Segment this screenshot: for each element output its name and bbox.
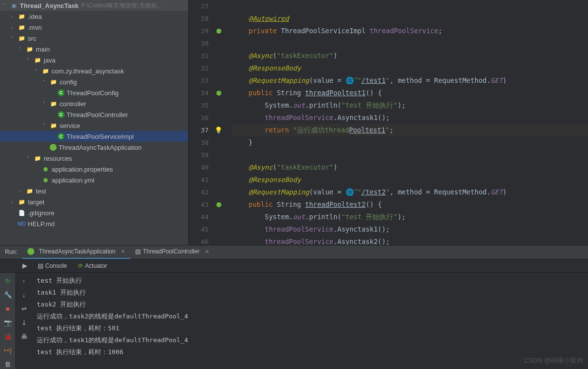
down-button[interactable]: ↓ bbox=[19, 290, 29, 300]
code-line[interactable]: @ResponseBody bbox=[232, 174, 588, 186]
run-tab-threadasynctaskapplication[interactable]: ThreadAsyncTaskApplication× bbox=[22, 246, 130, 259]
line-number[interactable]: 45 bbox=[189, 223, 209, 236]
code-line[interactable]: System.out.println("test 开始执行"); bbox=[232, 99, 588, 112]
chevron-icon[interactable]: › bbox=[11, 14, 18, 19]
tree-item-target[interactable]: ›📁target bbox=[0, 196, 188, 207]
spring-run-icon[interactable]: ⬢ bbox=[216, 89, 221, 97]
line-number[interactable]: 43 bbox=[189, 198, 209, 211]
tree-item-application-properties[interactable]: ⬢application.properties bbox=[0, 164, 188, 175]
code-line[interactable] bbox=[232, 0, 588, 12]
line-number[interactable]: 28 bbox=[189, 12, 209, 25]
camera-button[interactable]: 📷 bbox=[3, 317, 13, 327]
tree-item-application-yml[interactable]: ⬢application.yml bbox=[0, 175, 188, 185]
debug-button[interactable]: 🐞 bbox=[3, 331, 13, 341]
code-line[interactable]: @Async("taskExecutor") bbox=[232, 50, 588, 62]
console-subtab[interactable]: ▤ Console bbox=[35, 261, 70, 271]
code-editor[interactable]: 2728293031323334353637383940414243444546… bbox=[189, 0, 588, 245]
tree-item-controller[interactable]: ˅📁controller bbox=[0, 98, 188, 109]
chevron-icon[interactable]: › bbox=[11, 199, 18, 205]
tree-item-help-md[interactable]: MDHELP.md bbox=[0, 218, 188, 229]
wrap-button[interactable]: ⇌ bbox=[19, 304, 29, 313]
line-number[interactable]: 27 bbox=[189, 0, 209, 12]
code-line[interactable]: threadPoolService.Asynctask1(); bbox=[232, 112, 588, 124]
code-line[interactable]: return "运行成功threadPooltest1"; bbox=[232, 124, 588, 136]
code-line[interactable]: public String threadPooltest1() { bbox=[232, 87, 588, 99]
tree-item-java[interactable]: ˅📁java bbox=[0, 55, 188, 65]
code-line[interactable]: public String threadPooltest2() { bbox=[232, 198, 588, 211]
exit-button[interactable]: ↦] bbox=[3, 345, 13, 355]
line-number[interactable]: 32 bbox=[189, 62, 209, 74]
run-tool-icon[interactable]: ▶ bbox=[20, 261, 30, 271]
chevron-icon[interactable]: ˅ bbox=[43, 123, 50, 128]
code-line[interactable]: threadPoolService.Asynctask1(); bbox=[232, 223, 588, 236]
line-number[interactable]: 44 bbox=[189, 211, 209, 223]
chevron-icon[interactable]: ˅ bbox=[35, 68, 42, 74]
code-line[interactable]: System.out.println("test 开始执行"); bbox=[232, 211, 588, 223]
code-line[interactable] bbox=[232, 37, 588, 50]
close-icon[interactable]: × bbox=[121, 247, 125, 255]
bulb-icon[interactable]: 💡 bbox=[215, 126, 222, 134]
line-number[interactable]: 34 bbox=[189, 87, 209, 99]
code-line[interactable]: } bbox=[232, 136, 588, 149]
chevron-icon[interactable]: › bbox=[11, 25, 18, 30]
tree-item-com-zy-thread-asynctask[interactable]: ˅📁com.zy.thread_asynctask bbox=[0, 65, 188, 76]
stop-button[interactable]: ■ bbox=[3, 304, 13, 313]
code-line[interactable]: threadPoolService.Asynctask2(); bbox=[232, 236, 588, 245]
tree-item--idea[interactable]: ›📁.idea bbox=[0, 11, 188, 22]
line-number[interactable]: 33 bbox=[189, 74, 209, 87]
code-line[interactable]: @RequestMapping(value = 🌐˅"/test2", meth… bbox=[232, 186, 588, 198]
actuator-subtab[interactable]: ⟳ Actuator bbox=[75, 261, 110, 271]
line-number[interactable]: 36 bbox=[189, 112, 209, 124]
tree-item-threadasynctaskapplication[interactable]: ThreadAsyncTaskApplication bbox=[0, 142, 188, 153]
chevron-icon[interactable]: ˅ bbox=[43, 101, 50, 107]
run-tab-threadpoolcontroller[interactable]: ▤ThreadPoolController× bbox=[130, 246, 214, 259]
spring-run-icon[interactable]: ⬢ bbox=[216, 27, 221, 35]
tree-item-service[interactable]: ˅📁service bbox=[0, 120, 188, 131]
close-icon[interactable]: × bbox=[205, 247, 209, 255]
code-line[interactable]: @RequestMapping(value = 🌐˅"/test1", meth… bbox=[232, 74, 588, 87]
line-number[interactable]: 38 bbox=[189, 136, 209, 149]
tree-item--gitignore[interactable]: 📄.gitignore bbox=[0, 207, 188, 218]
up-button[interactable]: ↑ bbox=[19, 276, 29, 286]
chevron-icon[interactable]: ˅ bbox=[43, 79, 50, 85]
trash-button[interactable]: 🗑 bbox=[3, 359, 13, 369]
project-tree[interactable]: ˅▣Thread_AsyncTaskF:\Codes\唯实项目组\无纸化...›… bbox=[0, 0, 189, 245]
chevron-icon[interactable]: ˅ bbox=[27, 58, 34, 63]
line-number[interactable]: 42 bbox=[189, 186, 209, 198]
line-number[interactable]: 30 bbox=[189, 37, 209, 50]
line-number[interactable]: 39 bbox=[189, 149, 209, 161]
tree-item-threadpoolcontroller[interactable]: CThreadPoolController bbox=[0, 109, 188, 120]
tree-item-threadpoolserviceimpl[interactable]: CThreadPoolServiceImpl bbox=[0, 131, 188, 142]
chevron-icon[interactable]: ˅ bbox=[11, 36, 18, 41]
code-line[interactable]: @ResponseBody bbox=[232, 62, 588, 74]
tree-item--mvn[interactable]: ›📁.mvn bbox=[0, 22, 188, 33]
code-line[interactable]: @Autowired bbox=[232, 12, 588, 25]
tree-item-threadpoolconfig[interactable]: CThreadPoolConfig bbox=[0, 87, 188, 98]
tree-item-main[interactable]: ˅📁main bbox=[0, 44, 188, 55]
tree-item-test[interactable]: ›📁test bbox=[0, 185, 188, 196]
console-output[interactable]: test 开始执行task1 开始执行task2 开始执行运行成功，task2的… bbox=[32, 273, 588, 369]
line-number[interactable]: 46 bbox=[189, 236, 209, 245]
chevron-icon[interactable]: ˅ bbox=[3, 3, 10, 8]
spring-run-icon[interactable]: ⬢ bbox=[216, 201, 221, 208]
tree-item-config[interactable]: ˅📁config bbox=[0, 76, 188, 87]
rerun-button[interactable]: ↻ bbox=[3, 276, 13, 286]
line-number[interactable]: 29 bbox=[189, 25, 209, 37]
chevron-icon[interactable]: ˅ bbox=[27, 156, 34, 161]
chevron-icon[interactable]: › bbox=[19, 188, 26, 194]
tree-item-thread-asynctask[interactable]: ˅▣Thread_AsyncTaskF:\Codes\唯实项目组\无纸化... bbox=[0, 0, 188, 11]
scroll-button[interactable]: ⤓ bbox=[19, 317, 29, 327]
tree-item-src[interactable]: ˅📁src bbox=[0, 33, 188, 44]
chevron-icon[interactable]: ˅ bbox=[19, 47, 26, 52]
line-number[interactable]: 41 bbox=[189, 174, 209, 186]
line-number[interactable]: 37 bbox=[189, 124, 209, 136]
tree-item-resources[interactable]: ˅📁resources bbox=[0, 153, 188, 164]
code-line[interactable]: @Async("taskExecutor") bbox=[232, 161, 588, 174]
line-number[interactable]: 35 bbox=[189, 99, 209, 112]
line-number[interactable]: 40 bbox=[189, 161, 209, 174]
code-line[interactable]: private ThreadPoolServiceImpl threadPool… bbox=[232, 25, 588, 37]
print-button[interactable]: 🖶 bbox=[19, 331, 29, 341]
tool-button[interactable]: 🔧 bbox=[3, 290, 13, 300]
line-number[interactable]: 31 bbox=[189, 50, 209, 62]
code-line[interactable] bbox=[232, 149, 588, 161]
